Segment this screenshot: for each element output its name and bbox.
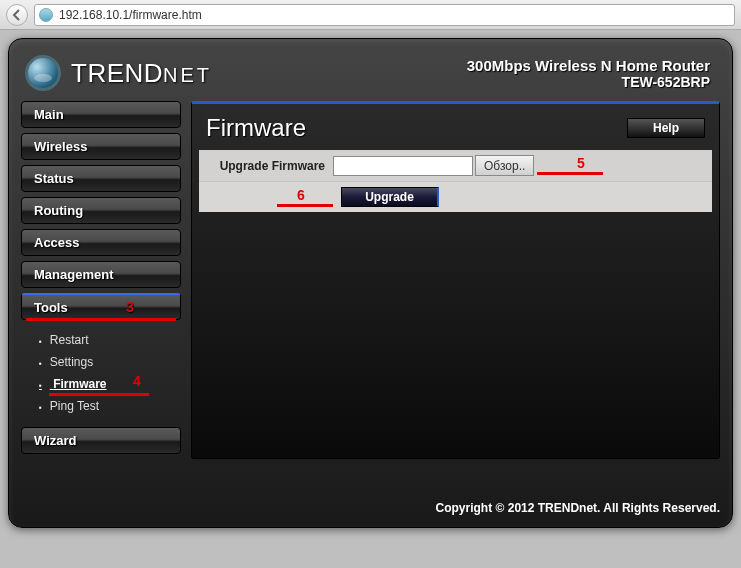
content-panel: Firmware Help Upgrade Firmware Обзор.. 5… — [191, 101, 720, 459]
tools-submenu: Restart Settings Firmware 4 Ping Test — [21, 325, 181, 427]
annotation-5: 5 — [577, 155, 585, 171]
brand-text: TRENDNET — [71, 58, 212, 89]
footer-copyright: Copyright © 2012 TRENDnet. All Rights Re… — [436, 501, 720, 515]
upgrade-button[interactable]: Upgrade — [341, 187, 439, 207]
submenu-restart[interactable]: Restart — [39, 329, 181, 351]
header: TRENDNET 300Mbps Wireless N Home Router … — [21, 49, 720, 101]
globe-icon — [39, 8, 53, 22]
annotation-3: 3 — [126, 299, 134, 315]
upgrade-row: Upgrade Firmware Обзор.. 5 — [199, 150, 712, 182]
nav-access[interactable]: Access — [21, 229, 181, 256]
nav-routing[interactable]: Routing — [21, 197, 181, 224]
nav-tools-label: Tools — [34, 300, 68, 315]
sidebar: Main Wireless Status Routing Access Mana… — [21, 101, 181, 459]
product-name: 300Mbps Wireless N Home Router — [467, 57, 710, 74]
annotation-6-underline — [277, 204, 333, 207]
router-admin-frame: TRENDNET 300Mbps Wireless N Home Router … — [8, 38, 733, 528]
url-text: 192.168.10.1/firmware.htm — [59, 8, 202, 22]
help-button[interactable]: Help — [627, 118, 705, 138]
page-title: Firmware — [206, 114, 306, 142]
nav-tools[interactable]: Tools 3 — [21, 293, 181, 320]
nav-wizard[interactable]: Wizard — [21, 427, 181, 454]
annotation-4: 4 — [133, 373, 141, 389]
brand-logo-icon — [25, 55, 61, 91]
nav-management[interactable]: Management — [21, 261, 181, 288]
nav-main[interactable]: Main — [21, 101, 181, 128]
upgrade-action-row: 6 Upgrade — [199, 182, 712, 212]
product-model: TEW-652BRP — [467, 74, 710, 90]
firmware-file-input[interactable] — [333, 156, 473, 176]
browser-toolbar: 192.168.10.1/firmware.htm — [0, 0, 741, 30]
submenu-settings[interactable]: Settings — [39, 351, 181, 373]
brand: TRENDNET — [25, 55, 212, 91]
nav-status[interactable]: Status — [21, 165, 181, 192]
annotation-6: 6 — [297, 187, 305, 203]
product-info: 300Mbps Wireless N Home Router TEW-652BR… — [467, 57, 710, 90]
address-bar[interactable]: 192.168.10.1/firmware.htm — [34, 4, 735, 26]
submenu-pingtest[interactable]: Ping Test — [39, 395, 181, 417]
submenu-firmware[interactable]: Firmware 4 — [39, 373, 181, 395]
firmware-form: Upgrade Firmware Обзор.. 5 6 Upgrade — [199, 150, 712, 212]
upgrade-label: Upgrade Firmware — [207, 159, 333, 173]
annotation-5-underline — [537, 172, 603, 175]
submenu-firmware-label: Firmware — [53, 377, 106, 391]
nav-wireless[interactable]: Wireless — [21, 133, 181, 160]
back-button[interactable] — [6, 4, 28, 26]
annotation-3-underline — [26, 318, 176, 321]
browse-button[interactable]: Обзор.. — [475, 155, 534, 176]
content-header: Firmware Help — [192, 104, 719, 150]
